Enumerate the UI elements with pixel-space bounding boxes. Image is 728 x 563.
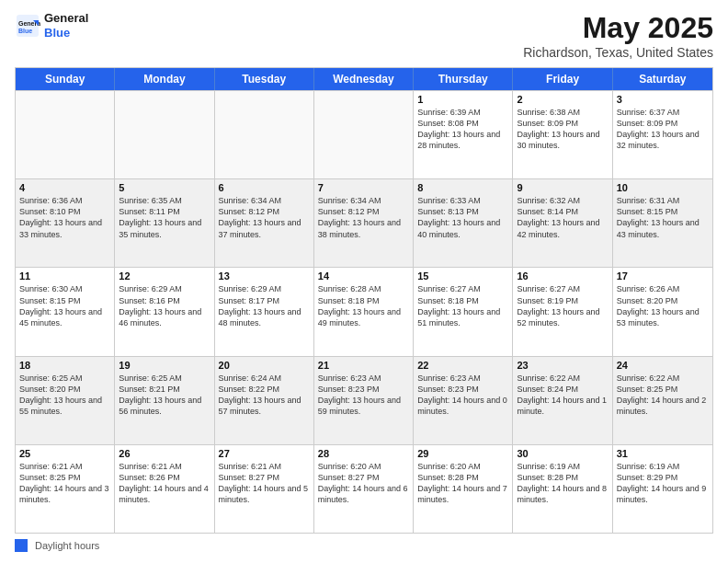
day-number: 11	[19, 270, 110, 282]
cal-cell-2-3: 6Sunrise: 6:34 AM Sunset: 8:12 PM Daylig…	[215, 179, 314, 267]
cal-cell-3-5: 15Sunrise: 6:27 AM Sunset: 8:18 PM Dayli…	[414, 268, 513, 355]
day-number: 10	[617, 182, 709, 193]
cal-cell-1-3	[215, 91, 314, 178]
day-number: 16	[517, 270, 608, 282]
calendar-body: 1Sunrise: 6:39 AM Sunset: 8:08 PM Daylig…	[16, 90, 712, 533]
day-number: 14	[318, 270, 409, 282]
cell-text: Sunrise: 6:19 AM Sunset: 8:29 PM Dayligh…	[617, 461, 709, 506]
cal-cell-5-1: 25Sunrise: 6:21 AM Sunset: 8:25 PM Dayli…	[16, 445, 115, 533]
day-number: 30	[517, 448, 608, 459]
cal-cell-3-3: 13Sunrise: 6:29 AM Sunset: 8:17 PM Dayli…	[215, 268, 314, 355]
cal-cell-5-3: 27Sunrise: 6:21 AM Sunset: 8:27 PM Dayli…	[215, 445, 314, 533]
cell-text: Sunrise: 6:20 AM Sunset: 8:28 PM Dayligh…	[417, 461, 508, 506]
day-number: 28	[318, 448, 409, 459]
day-number: 26	[119, 448, 210, 459]
cal-cell-4-6: 23Sunrise: 6:22 AM Sunset: 8:24 PM Dayli…	[513, 357, 612, 444]
cell-text: Sunrise: 6:23 AM Sunset: 8:23 PM Dayligh…	[417, 373, 508, 418]
day-number: 18	[19, 360, 110, 371]
logo-icon: General Blue	[15, 13, 40, 39]
cal-cell-3-4: 14Sunrise: 6:28 AM Sunset: 8:18 PM Dayli…	[314, 268, 414, 355]
day-number: 5	[119, 182, 210, 193]
day-number: 27	[219, 448, 310, 459]
cal-cell-2-2: 5Sunrise: 6:35 AM Sunset: 8:11 PM Daylig…	[115, 179, 214, 267]
cal-cell-4-1: 18Sunrise: 6:25 AM Sunset: 8:20 PM Dayli…	[16, 357, 115, 444]
cal-cell-2-6: 9Sunrise: 6:32 AM Sunset: 8:14 PM Daylig…	[513, 179, 612, 267]
day-number: 24	[617, 360, 709, 371]
cal-cell-5-2: 26Sunrise: 6:21 AM Sunset: 8:26 PM Dayli…	[115, 445, 214, 533]
cal-cell-2-4: 7Sunrise: 6:34 AM Sunset: 8:12 PM Daylig…	[314, 179, 414, 267]
cal-cell-1-1	[16, 91, 115, 178]
day-number: 20	[219, 360, 310, 371]
page: General Blue General Blue May 2025 Richa…	[0, 0, 728, 563]
cal-cell-5-6: 30Sunrise: 6:19 AM Sunset: 8:28 PM Dayli…	[513, 445, 612, 533]
cal-cell-4-7: 24Sunrise: 6:22 AM Sunset: 8:25 PM Dayli…	[613, 357, 712, 444]
footer: Daylight hours	[15, 539, 713, 552]
cal-cell-3-7: 17Sunrise: 6:26 AM Sunset: 8:20 PM Dayli…	[613, 268, 712, 355]
cell-text: Sunrise: 6:25 AM Sunset: 8:20 PM Dayligh…	[19, 373, 110, 418]
cell-text: Sunrise: 6:19 AM Sunset: 8:28 PM Dayligh…	[517, 461, 608, 506]
cell-text: Sunrise: 6:35 AM Sunset: 8:11 PM Dayligh…	[119, 195, 210, 240]
day-number: 12	[119, 270, 210, 282]
week-row-3: 11Sunrise: 6:30 AM Sunset: 8:15 PM Dayli…	[16, 267, 712, 355]
day-number: 6	[219, 182, 310, 193]
cell-text: Sunrise: 6:34 AM Sunset: 8:12 PM Dayligh…	[318, 195, 409, 240]
cal-cell-3-2: 12Sunrise: 6:29 AM Sunset: 8:16 PM Dayli…	[115, 268, 214, 355]
day-number: 3	[617, 94, 709, 105]
cell-text: Sunrise: 6:32 AM Sunset: 8:14 PM Dayligh…	[517, 195, 608, 240]
day-number: 4	[19, 182, 110, 193]
cell-text: Sunrise: 6:33 AM Sunset: 8:13 PM Dayligh…	[417, 195, 508, 240]
day-number: 9	[517, 182, 608, 193]
cell-text: Sunrise: 6:20 AM Sunset: 8:27 PM Dayligh…	[318, 461, 409, 506]
header-day-tuesday: Tuesday	[215, 68, 314, 90]
calendar: SundayMondayTuesdayWednesdayThursdayFrid…	[15, 67, 713, 534]
cell-text: Sunrise: 6:30 AM Sunset: 8:15 PM Dayligh…	[19, 283, 110, 328]
cal-cell-1-4	[314, 91, 414, 178]
legend-box	[15, 539, 28, 552]
header: General Blue General Blue May 2025 Richa…	[15, 11, 713, 60]
cal-cell-4-4: 21Sunrise: 6:23 AM Sunset: 8:23 PM Dayli…	[314, 357, 414, 444]
cal-cell-3-1: 11Sunrise: 6:30 AM Sunset: 8:15 PM Dayli…	[16, 268, 115, 355]
cell-text: Sunrise: 6:21 AM Sunset: 8:26 PM Dayligh…	[119, 461, 210, 506]
cell-text: Sunrise: 6:23 AM Sunset: 8:23 PM Dayligh…	[318, 373, 409, 418]
cal-cell-1-6: 2Sunrise: 6:38 AM Sunset: 8:09 PM Daylig…	[513, 91, 612, 178]
cal-cell-2-1: 4Sunrise: 6:36 AM Sunset: 8:10 PM Daylig…	[16, 179, 115, 267]
header-day-wednesday: Wednesday	[314, 68, 414, 90]
day-number: 17	[617, 270, 709, 282]
cell-text: Sunrise: 6:21 AM Sunset: 8:25 PM Dayligh…	[19, 461, 110, 506]
cell-text: Sunrise: 6:25 AM Sunset: 8:21 PM Dayligh…	[119, 373, 210, 418]
day-number: 15	[417, 270, 508, 282]
cell-text: Sunrise: 6:29 AM Sunset: 8:16 PM Dayligh…	[119, 283, 210, 328]
svg-text:Blue: Blue	[18, 28, 32, 34]
legend-label: Daylight hours	[35, 540, 99, 551]
cal-cell-1-7: 3Sunrise: 6:37 AM Sunset: 8:09 PM Daylig…	[613, 91, 712, 178]
cell-text: Sunrise: 6:37 AM Sunset: 8:09 PM Dayligh…	[617, 107, 709, 152]
header-day-thursday: Thursday	[414, 68, 513, 90]
day-number: 1	[417, 94, 508, 105]
cell-text: Sunrise: 6:22 AM Sunset: 8:24 PM Dayligh…	[517, 373, 608, 418]
week-row-4: 18Sunrise: 6:25 AM Sunset: 8:20 PM Dayli…	[16, 356, 712, 444]
cell-text: Sunrise: 6:38 AM Sunset: 8:09 PM Dayligh…	[517, 107, 608, 152]
cal-cell-3-6: 16Sunrise: 6:27 AM Sunset: 8:19 PM Dayli…	[513, 268, 612, 355]
cell-text: Sunrise: 6:27 AM Sunset: 8:19 PM Dayligh…	[517, 283, 608, 328]
cell-text: Sunrise: 6:29 AM Sunset: 8:17 PM Dayligh…	[219, 283, 310, 328]
cell-text: Sunrise: 6:39 AM Sunset: 8:08 PM Dayligh…	[417, 107, 508, 152]
location: Richardson, Texas, United States	[523, 45, 713, 60]
cal-cell-4-5: 22Sunrise: 6:23 AM Sunset: 8:23 PM Dayli…	[414, 357, 513, 444]
day-number: 21	[318, 360, 409, 371]
cal-cell-4-2: 19Sunrise: 6:25 AM Sunset: 8:21 PM Dayli…	[115, 357, 214, 444]
cell-text: Sunrise: 6:24 AM Sunset: 8:22 PM Dayligh…	[219, 373, 310, 418]
week-row-2: 4Sunrise: 6:36 AM Sunset: 8:10 PM Daylig…	[16, 178, 712, 267]
header-day-sunday: Sunday	[16, 68, 115, 90]
logo-text: General Blue	[44, 11, 88, 40]
week-row-5: 25Sunrise: 6:21 AM Sunset: 8:25 PM Dayli…	[16, 444, 712, 533]
cal-cell-2-7: 10Sunrise: 6:31 AM Sunset: 8:15 PM Dayli…	[613, 179, 712, 267]
cell-text: Sunrise: 6:36 AM Sunset: 8:10 PM Dayligh…	[19, 195, 110, 240]
cal-cell-5-4: 28Sunrise: 6:20 AM Sunset: 8:27 PM Dayli…	[314, 445, 414, 533]
day-number: 7	[318, 182, 409, 193]
day-number: 13	[219, 270, 310, 282]
header-day-monday: Monday	[115, 68, 214, 90]
header-day-saturday: Saturday	[613, 68, 712, 90]
cell-text: Sunrise: 6:21 AM Sunset: 8:27 PM Dayligh…	[219, 461, 310, 506]
calendar-header: SundayMondayTuesdayWednesdayThursdayFrid…	[16, 68, 712, 90]
header-day-friday: Friday	[513, 68, 612, 90]
